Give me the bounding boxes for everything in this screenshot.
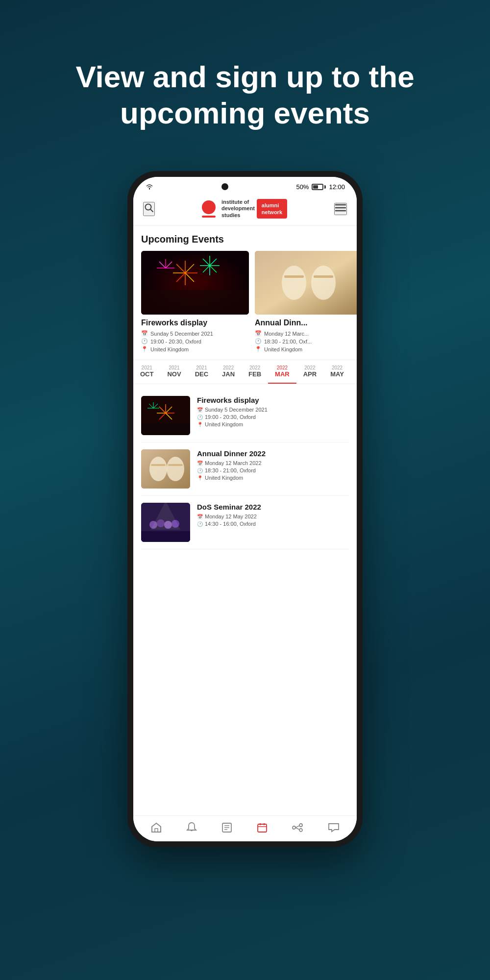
card-date-fireworks: 📅 Sunday 5 December 2021 <box>141 330 249 337</box>
calendar-icon: 📅 <box>141 330 148 337</box>
list-date-dinner: 📅 Monday 12 March 2022 <box>197 460 349 466</box>
wifi-icon <box>145 183 154 190</box>
clock-icon-list-2: 🕐 <box>197 468 203 473</box>
list-country-fireworks: 📍 United Kingdom <box>197 421 349 427</box>
svg-rect-51 <box>151 464 166 466</box>
nav-notifications[interactable] <box>186 822 197 833</box>
list-info-dinner: Annual Dinner 2022 📅 Monday 12 March 202… <box>197 449 349 482</box>
month-apr-2022[interactable]: 2022 APR <box>296 360 323 384</box>
location-icon: 📍 <box>141 346 148 352</box>
svg-rect-31 <box>284 275 304 278</box>
calendar-icon-2: 📅 <box>255 330 262 337</box>
app-header: institute of development studies alumni … <box>133 194 357 226</box>
list-title-seminar: DoS Seminar 2022 <box>197 503 349 511</box>
clock-icon: 🕐 <box>141 338 148 344</box>
clock-icon-list-1: 🕐 <box>197 415 203 420</box>
month-feb-2022[interactable]: 2022 FEB <box>242 360 268 384</box>
menu-button[interactable] <box>334 203 347 215</box>
svg-line-72 <box>295 826 299 828</box>
phone-screen: 50% 12:00 <box>133 177 357 841</box>
month-nov-2021[interactable]: 2021 NOV <box>160 360 188 384</box>
list-country-dinner: 📍 United Kingdom <box>197 475 349 481</box>
event-card-fireworks[interactable]: Fireworks display 📅 Sunday 5 December 20… <box>141 251 249 354</box>
list-title-dinner: Annual Dinner 2022 <box>197 449 349 458</box>
clock-icon-2: 🕐 <box>255 338 262 344</box>
svg-point-29 <box>282 266 306 300</box>
card-title-dinner: Annual Dinn... <box>255 318 357 327</box>
svg-rect-46 <box>141 423 190 435</box>
card-date-dinner: 📅 Monday 12 Marc... <box>255 330 357 337</box>
clock: 12:00 <box>329 183 345 191</box>
svg-point-30 <box>311 266 336 300</box>
alumni-badge: alumni network <box>257 199 287 219</box>
search-button[interactable] <box>143 202 155 216</box>
battery-percentage: 50% <box>296 183 309 191</box>
ids-logo: institute of development studies <box>202 199 255 219</box>
card-country-fireworks: 📍 United Kingdom <box>141 346 249 352</box>
event-card-dinner[interactable]: Annual Dinn... 📅 Monday 12 Marc... 🕐 18:… <box>255 251 357 354</box>
hero-heading: View and sign up to the upcoming events <box>39 59 451 132</box>
nav-news[interactable] <box>221 822 232 833</box>
location-icon-2: 📍 <box>255 346 262 352</box>
calendar-icon-list-3: 📅 <box>197 514 203 519</box>
hero-section: View and sign up to the upcoming events <box>0 0 490 161</box>
month-filter: 2021 OCT 2021 NOV 2021 DEC 2022 JAN <box>133 360 357 384</box>
status-wifi-area <box>145 183 154 191</box>
card-country-dinner: 📍 United Kingdom <box>255 346 357 352</box>
month-mar-2022[interactable]: 2022 MAR <box>268 360 296 384</box>
location-icon-list-2: 📍 <box>197 475 203 481</box>
list-item[interactable]: Fireworks display 📅 Sunday 5 December 20… <box>141 389 349 442</box>
location-icon-list-1: 📍 <box>197 422 203 427</box>
nav-network[interactable] <box>292 823 303 833</box>
list-image-seminar <box>141 503 190 542</box>
list-title-fireworks: Fireworks display <box>197 396 349 404</box>
svg-rect-65 <box>258 824 267 832</box>
battery-icon <box>312 184 326 190</box>
card-time-fireworks: 🕐 19:00 - 20:30, Oxford <box>141 338 249 344</box>
list-date-seminar: 📅 Monday 12 May 2022 <box>197 514 349 519</box>
svg-point-71 <box>299 829 302 832</box>
card-time-dinner: 🕐 18:30 - 21:00, Oxf... <box>255 338 357 344</box>
list-date-fireworks: 📅 Sunday 5 December 2021 <box>197 407 349 413</box>
front-camera <box>221 183 228 190</box>
phone-device: 50% 12:00 <box>127 171 363 847</box>
svg-rect-5 <box>141 290 249 315</box>
list-time-dinner: 🕐 18:30 - 21:00, Oxford <box>197 467 349 473</box>
month-jan-2022[interactable]: 2022 JAN <box>215 360 242 384</box>
nav-messages[interactable] <box>328 823 340 833</box>
svg-line-73 <box>295 828 299 830</box>
svg-point-49 <box>149 457 167 481</box>
upcoming-events-title: Upcoming Events <box>133 226 357 251</box>
list-image-dinner <box>141 449 190 489</box>
svg-point-50 <box>167 457 184 481</box>
card-title-fireworks: Fireworks display <box>141 318 249 327</box>
svg-rect-58 <box>141 531 190 542</box>
list-image-fireworks <box>141 396 190 435</box>
list-time-fireworks: 🕐 19:00 - 20:30, Oxford <box>197 414 349 420</box>
svg-point-69 <box>293 826 295 829</box>
month-dec-2021[interactable]: 2021 DEC <box>188 360 215 384</box>
svg-rect-60 <box>155 829 158 832</box>
nav-home[interactable] <box>150 822 162 833</box>
month-may-2022[interactable]: 2022 MAY <box>323 360 351 384</box>
event-list: Fireworks display 📅 Sunday 5 December 20… <box>133 384 357 554</box>
list-info-seminar: DoS Seminar 2022 📅 Monday 12 May 2022 🕐 … <box>197 503 349 528</box>
list-time-seminar: 🕐 14:30 - 16:00, Oxford <box>197 521 349 527</box>
ids-text: institute of development studies <box>221 199 255 219</box>
svg-rect-52 <box>168 464 183 466</box>
nav-events[interactable] <box>257 822 268 833</box>
app-content: Upcoming Events <box>133 226 357 815</box>
card-image-dinner <box>255 251 357 315</box>
svg-point-70 <box>299 824 302 827</box>
logo: institute of development studies alumni … <box>202 199 287 219</box>
event-cards-scroll[interactable]: Fireworks display 📅 Sunday 5 December 20… <box>133 251 357 360</box>
status-bar: 50% 12:00 <box>133 177 357 194</box>
card-image-fireworks <box>141 251 249 315</box>
list-item[interactable]: DoS Seminar 2022 📅 Monday 12 May 2022 🕐 … <box>141 496 349 549</box>
bottom-nav <box>133 815 357 841</box>
calendar-icon-list-2: 📅 <box>197 461 203 466</box>
month-oct-2021[interactable]: 2021 OCT <box>133 360 160 384</box>
list-info-fireworks: Fireworks display 📅 Sunday 5 December 20… <box>197 396 349 429</box>
list-item[interactable]: Annual Dinner 2022 📅 Monday 12 March 202… <box>141 442 349 496</box>
status-right: 50% 12:00 <box>296 183 345 191</box>
